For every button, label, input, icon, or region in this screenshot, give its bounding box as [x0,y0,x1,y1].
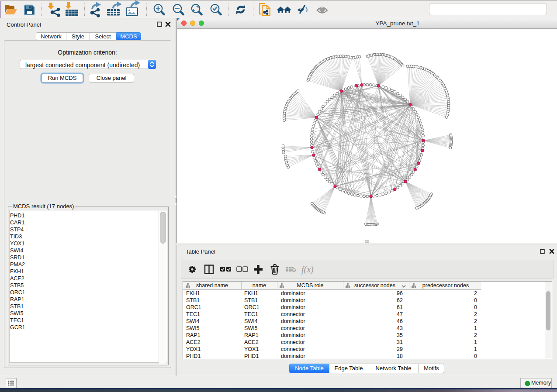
svg-text:f(x): f(x) [301,265,314,275]
